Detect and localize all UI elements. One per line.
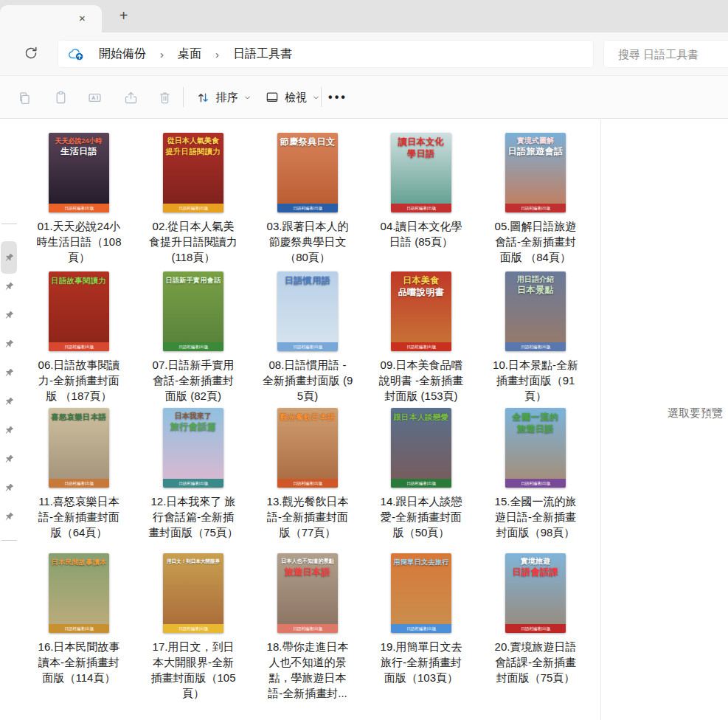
file-name: 17.用日文，到日本大開眼界-全新插畫封面版（105頁）	[148, 639, 239, 701]
book-cover-thumbnail: 用日文！到日本大開眼界日語村編著|出版	[163, 553, 223, 633]
cover-title-line: 旅遊日本語	[285, 567, 331, 578]
breadcrumb-item-start-backup[interactable]: 開始備份	[94, 44, 150, 64]
delete-icon	[157, 90, 173, 105]
file-item[interactable]: 日語故事閱讀力日語村編著|出版06.日語故事閱讀力-全新插畫封面版 （187頁）	[24, 271, 134, 404]
pinned-item[interactable]	[1, 271, 17, 301]
toolbar-divider	[183, 87, 184, 107]
file-item[interactable]: 實境式圖解日語旅遊會話日語村編著|出版05.圖解日語旅遊會話-全新插畫封面版 （…	[480, 133, 591, 265]
pinned-item[interactable]	[1, 358, 17, 387]
file-item[interactable]: 喜怒哀樂日本語日語村編著|出版11.喜怒哀樂日本語-全新插畫封面版（64頁）	[24, 408, 134, 540]
share-icon	[123, 90, 139, 105]
publisher-strip: 日語村編著|出版	[277, 342, 338, 351]
file-name: 04.讀日本文化學日語 (85頁）	[375, 218, 467, 249]
pinned-item[interactable]	[1, 415, 17, 445]
book-cover-thumbnail: 日語新手實用會話日語村編著|出版	[163, 271, 223, 351]
sort-button[interactable]: 排序	[189, 83, 258, 112]
sort-arrows-icon	[195, 90, 211, 105]
file-item[interactable]: 日本民間故事讀本日語村編著|出版16.日本民間故事讀本-全新插畫封面版（114頁…	[24, 553, 134, 685]
view-label: 檢視	[285, 91, 307, 105]
file-name: 02.從日本人氣美食提升日語閱讀力 (118頁）	[148, 218, 239, 265]
breadcrumb-item-current-folder[interactable]: 日語工具書	[229, 44, 297, 64]
share-button[interactable]	[116, 83, 145, 112]
cover-title-line: 日語會話課	[513, 567, 559, 578]
file-item[interactable]: 日本人也不知道的景點旅遊日本語日語村編著|出版18.帶你走進日本人也不知道的景點…	[252, 553, 363, 701]
refresh-button[interactable]	[21, 44, 41, 64]
cover-title-line: 日本人也不知道的景點	[281, 558, 334, 565]
file-item[interactable]: 節慶祭典日文日語村編著|出版03.跟著日本人的節慶祭典學日文（80頁）	[252, 133, 363, 265]
new-tab-button[interactable]: +	[114, 7, 133, 26]
file-item[interactable]: 用簡單日文去旅行日語村編著|出版19.用簡單日文去旅行-全新插畫封面版（103頁…	[366, 553, 476, 685]
chevron-down-icon	[243, 94, 252, 102]
file-item[interactable]: 觀光餐飲日本語日語村編著|出版13.觀光餐飲日本語-全新插畫封面版（77頁）	[252, 408, 363, 540]
cover-title-line: 天天必說24小時	[55, 137, 103, 145]
file-name: 14.跟日本人談戀愛-全新插畫封面版（50頁）	[375, 494, 467, 540]
paste-button[interactable]	[46, 83, 75, 112]
cover-title-line: 節慶祭典日文	[280, 136, 336, 148]
publisher-strip: 日語村編著|出版	[391, 479, 451, 488]
cover-title-line: 生活日語	[60, 146, 97, 158]
file-name: 10.日本景點-全新插畫封面版（91頁）	[490, 357, 581, 404]
breadcrumb-item-desktop[interactable]: 桌面	[173, 44, 206, 64]
pinned-item[interactable]	[1, 329, 17, 359]
pinned-item[interactable]	[1, 444, 17, 474]
file-item[interactable]: 全國一流的旅遊日語日語村編著|出版15.全國一流的旅遊日語-全新插畫封面版（98…	[480, 408, 591, 540]
file-name: 13.觀光餐飲日本語-全新插畫封面版（77頁）	[262, 494, 353, 540]
book-cover-thumbnail: 日語慣用語日語村編著|出版	[277, 271, 338, 351]
file-item[interactable]: 日本美食品嚐說明書日語村編著|出版09.日本美食品嚐說明書 -全新插畫封面版 (…	[366, 271, 476, 404]
more-options-button[interactable]: •••	[325, 83, 351, 112]
rename-button[interactable]	[80, 83, 109, 112]
cover-title-line: 實境旅遊	[521, 557, 550, 567]
cover-title-line: 日語慣用語	[285, 275, 331, 287]
publisher-strip: 日語村編著|出版	[505, 624, 566, 633]
view-icon	[265, 90, 280, 105]
cover-title-line: 觀光餐飲日本語	[280, 412, 336, 422]
cover-title-line: 日本景點	[517, 285, 554, 297]
file-item[interactable]: 讀日本文化學日語日語村編著|出版04.讀日本文化學日語 (85頁）	[366, 133, 476, 249]
book-cover-thumbnail: 日語故事閱讀力日語村編著|出版	[49, 271, 109, 351]
pinned-item[interactable]	[1, 241, 17, 274]
file-item[interactable]: 跟日本人談戀愛日語村編著|出版14.跟日本人談戀愛-全新插畫封面版（50頁）	[366, 408, 476, 540]
search-box[interactable]	[603, 40, 728, 68]
book-cover-thumbnail: 用日語介紹日本景點日語村編著|出版	[505, 271, 566, 351]
book-cover-thumbnail: 跟日本人談戀愛日語村編著|出版	[391, 408, 451, 488]
file-item[interactable]: 從日本人氣美食提升日語閱讀力日語村編著|出版02.從日本人氣美食提升日語閱讀力 …	[138, 133, 249, 265]
onedrive-sync-icon	[68, 47, 86, 61]
pinned-item[interactable]	[1, 502, 17, 531]
pin-icon	[4, 454, 15, 465]
file-name: 05.圖解日語旅遊會話-全新插畫封面版 （84頁）	[490, 218, 581, 265]
tab-close-icon[interactable]: ×	[74, 11, 90, 27]
file-item[interactable]: 日本我來了旅行會話篇日語村編著|出版12.日本我來了 旅行會話篇-全新插畫封面版…	[138, 408, 249, 540]
copy-button[interactable]	[9, 83, 38, 112]
file-name: 12.日本我來了 旅行會話篇-全新插畫封面版（75頁）	[148, 494, 239, 540]
explorer-tab[interactable]: ×	[0, 5, 102, 32]
search-input[interactable]	[618, 48, 728, 60]
file-item[interactable]: 日語新手實用會話日語村編著|出版07.日語新手實用會話-全新插畫封面版 (82頁…	[138, 271, 249, 404]
pinned-item[interactable]	[1, 300, 17, 330]
delete-button[interactable]	[150, 83, 179, 112]
pinned-item[interactable]	[1, 387, 17, 416]
paste-icon	[53, 90, 69, 105]
book-cover-thumbnail: 觀光餐飲日本語日語村編著|出版	[277, 408, 338, 488]
cover-title-line: 旅行會話篇	[170, 421, 217, 433]
view-button[interactable]: 檢視	[258, 83, 327, 112]
file-item[interactable]: 實境旅遊日語會話課日語村編著|出版20.實境旅遊日語會話課-全新插畫封面版（75…	[480, 553, 591, 685]
file-name: 09.日本美食品嚐說明書 -全新插畫封面版 (153頁)	[375, 357, 467, 404]
cover-title-line: 跟日本人談戀愛	[394, 412, 449, 422]
book-cover-thumbnail: 從日本人氣美食提升日語閱讀力日語村編著|出版	[163, 133, 223, 212]
breadcrumb-separator-icon: ›	[213, 48, 221, 60]
publisher-strip: 日語村編著|出版	[277, 204, 338, 212]
file-name: 20.實境旅遊日語會話課-全新插畫封面版（75頁）	[490, 639, 581, 685]
book-cover-thumbnail: 喜怒哀樂日本語日語村編著|出版	[49, 408, 109, 488]
file-item[interactable]: 用日文！到日本大開眼界日語村編著|出版17.用日文，到日本大開眼界-全新插畫封面…	[138, 553, 249, 701]
book-cover-thumbnail: 讀日本文化學日語日語村編著|出版	[391, 133, 451, 212]
pinned-item[interactable]	[1, 473, 17, 502]
cover-title-line: 提升日語閱讀力	[166, 147, 221, 156]
publisher-strip: 日語村編著|出版	[505, 342, 566, 351]
book-cover-thumbnail: 日本美食品嚐說明書日語村編著|出版	[391, 271, 451, 351]
toolbar-divider	[321, 87, 322, 107]
file-item[interactable]: 日語慣用語日語村編著|出版08.日語慣用語 - 全新插畫封面版 (95頁)	[252, 271, 363, 404]
publisher-strip: 日語村編著|出版	[163, 342, 223, 351]
cover-title-line: 用日文！到日本大開眼界	[167, 558, 220, 564]
file-item[interactable]: 天天必說24小時生活日語日語村編著|出版01.天天必說24小時生活日語（108頁…	[24, 133, 134, 265]
file-item[interactable]: 用日語介紹日本景點日語村編著|出版10.日本景點-全新插畫封面版（91頁）	[480, 271, 591, 404]
